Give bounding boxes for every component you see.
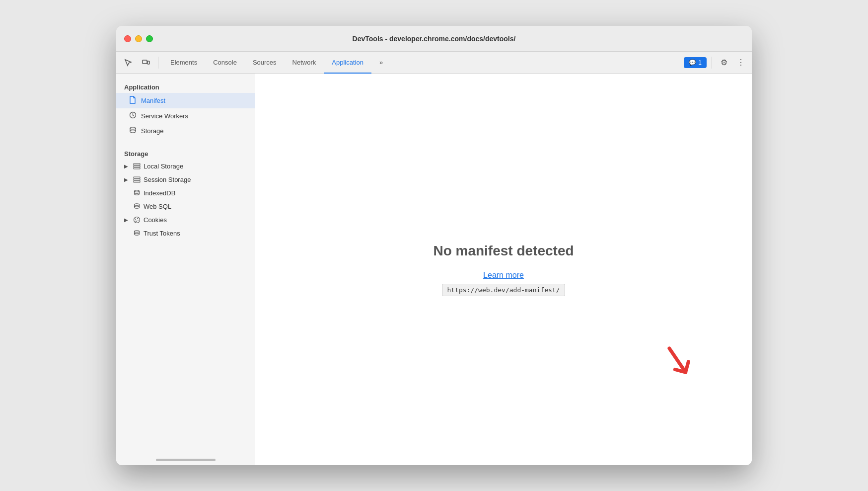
- manifest-icon: [128, 96, 137, 105]
- svg-rect-1: [147, 61, 149, 64]
- close-button[interactable]: [124, 35, 131, 42]
- svg-point-12: [134, 217, 140, 223]
- maximize-button[interactable]: [146, 35, 153, 42]
- more-options-icon[interactable]: ⋮: [734, 56, 748, 70]
- device-toggle-icon[interactable]: [138, 55, 154, 71]
- tab-list: Elements Console Sources Network Applica…: [162, 52, 682, 73]
- window-title: DevTools - developer.chrome.com/docs/dev…: [353, 35, 516, 43]
- svg-point-14: [137, 218, 138, 219]
- sidebar-item-cookies[interactable]: Cookies: [116, 213, 255, 227]
- storage-app-label: Storage: [141, 127, 247, 135]
- sidebar-item-storage-app[interactable]: Storage: [116, 123, 255, 138]
- svg-point-15: [136, 221, 137, 222]
- storage-app-icon: [128, 126, 137, 135]
- svg-point-17: [135, 221, 136, 222]
- sidebar-item-service-workers[interactable]: Service Workers: [116, 108, 255, 123]
- local-storage-label: Local Storage: [144, 163, 183, 170]
- tab-application[interactable]: Application: [324, 52, 371, 74]
- svg-point-3: [130, 127, 136, 129]
- tab-network[interactable]: Network: [285, 52, 324, 74]
- inspect-icon[interactable]: [120, 55, 136, 71]
- trust-tokens-label: Trust Tokens: [144, 230, 180, 237]
- content-panel: No manifest detected Learn more https://…: [255, 74, 752, 465]
- service-workers-label: Service Workers: [141, 112, 247, 120]
- sidebar-item-manifest[interactable]: Manifest: [116, 93, 255, 108]
- toolbar-right: 💬 1 ⚙ ⋮: [684, 56, 748, 70]
- tab-elements[interactable]: Elements: [162, 52, 205, 74]
- tab-more[interactable]: »: [371, 52, 391, 74]
- svg-rect-4: [134, 164, 140, 165]
- sidebar-item-session-storage[interactable]: Session Storage: [116, 173, 255, 186]
- red-arrow-svg: [659, 342, 695, 379]
- svg-point-10: [135, 190, 140, 192]
- indexeddb-label: IndexedDB: [144, 189, 175, 197]
- titlebar: DevTools - developer.chrome.com/docs/dev…: [116, 26, 752, 52]
- traffic-lights: [124, 35, 153, 42]
- sidebar-item-indexeddb[interactable]: IndexedDB: [116, 186, 255, 200]
- cookies-expand-icon: [124, 217, 130, 223]
- notification-button[interactable]: 💬 1: [684, 57, 707, 68]
- web-sql-label: Web SQL: [144, 203, 171, 210]
- session-storage-expand-icon: [124, 177, 130, 182]
- svg-rect-0: [143, 60, 147, 64]
- service-workers-icon: [128, 111, 137, 120]
- toolbar-separator: [158, 57, 158, 69]
- notification-count: 1: [698, 59, 702, 66]
- sidebar-item-trust-tokens[interactable]: Trust Tokens: [116, 227, 255, 240]
- sidebar: Application Manifest Service: [116, 74, 255, 465]
- manifest-label: Manifest: [141, 97, 247, 104]
- trust-tokens-icon: [133, 230, 141, 237]
- svg-rect-5: [134, 165, 140, 167]
- sidebar-item-local-storage[interactable]: Local Storage: [116, 160, 255, 173]
- red-arrow-annotation: [659, 342, 695, 379]
- cookies-icon: [133, 216, 141, 224]
- svg-rect-6: [134, 167, 140, 169]
- sidebar-item-web-sql[interactable]: Web SQL: [116, 200, 255, 213]
- toolbar-separator-2: [712, 57, 712, 69]
- local-storage-icon: [133, 163, 141, 170]
- svg-rect-8: [134, 179, 140, 180]
- sidebar-scrollbar: [156, 459, 216, 461]
- storage-section-label: Storage: [116, 146, 255, 160]
- session-storage-label: Session Storage: [144, 176, 191, 183]
- settings-icon[interactable]: ⚙: [717, 56, 731, 70]
- cookies-label: Cookies: [144, 216, 167, 224]
- svg-point-11: [135, 204, 140, 206]
- svg-rect-7: [134, 177, 140, 178]
- indexeddb-icon: [133, 189, 141, 197]
- svg-point-16: [138, 220, 139, 221]
- minimize-button[interactable]: [135, 35, 142, 42]
- application-section-label: Application: [116, 80, 255, 93]
- devtools-window: DevTools - developer.chrome.com/docs/dev…: [116, 26, 752, 465]
- local-storage-expand-icon: [124, 164, 130, 169]
- toolbar: Elements Console Sources Network Applica…: [116, 52, 752, 74]
- svg-point-18: [135, 231, 140, 233]
- tab-sources[interactable]: Sources: [245, 52, 285, 74]
- notification-icon: 💬: [689, 59, 696, 66]
- svg-point-13: [135, 219, 136, 220]
- tab-console[interactable]: Console: [205, 52, 245, 74]
- main-area: Application Manifest Service: [116, 74, 752, 465]
- url-tooltip: https://web.dev/add-manifest/: [442, 284, 566, 296]
- learn-more-link[interactable]: Learn more: [483, 271, 524, 280]
- no-manifest-heading: No manifest detected: [433, 243, 574, 259]
- svg-rect-9: [134, 181, 140, 182]
- session-storage-icon: [133, 176, 141, 183]
- web-sql-icon: [133, 203, 141, 210]
